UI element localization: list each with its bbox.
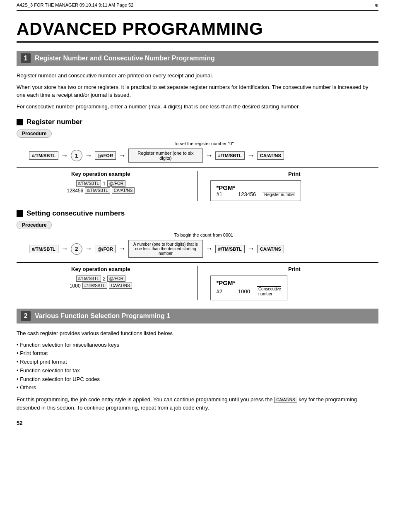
flow-arrow-c3: →	[118, 244, 126, 253]
flow-key-regnum: Register number (one to six digits)	[128, 149, 203, 163]
col-divider-2	[198, 266, 198, 300]
consec-print-pgm: *PGM*	[217, 279, 281, 286]
reg-print-col: Print *PGM* #1 123456 Register number	[210, 171, 379, 201]
consecutive-heading-text: Setting consecutive numbers	[26, 209, 125, 218]
consec-key-op-row2: 1000 #/TM/SBTL CA/AT/NS	[70, 283, 132, 289]
key-op-123456: 123456	[67, 188, 83, 194]
flow-arrow-c5: →	[247, 244, 255, 253]
key-atfor-sm-c: @/FOR	[107, 276, 125, 282]
bullet-item-5: Function selection for UPC codes	[17, 375, 378, 384]
flow-arrow-c4: →	[205, 244, 213, 253]
bullet-item-2: Print format	[17, 349, 378, 358]
consec-print-box: *PGM* #2 1000 Consecutivenumber	[210, 276, 287, 300]
flow-key-caatns-1: CA/AT/NS	[257, 151, 284, 160]
reg-print-hash: #1	[217, 191, 222, 197]
flow-key-htmsbtl-2: #/TM/SBTL	[215, 151, 245, 160]
consec-print-label: Consecutivenumber	[257, 286, 281, 297]
consec-print-content: *PGM* #2 1000 Consecutivenumber	[210, 276, 379, 300]
flow-key-2: 2	[71, 243, 82, 255]
section1-body3: For consecutive number programming, ente…	[17, 103, 378, 111]
reg-print-row: #1 123456 Register number	[217, 191, 295, 197]
section2-body2: For this programming, the job code entry…	[17, 395, 378, 412]
reg-print-number: 123456	[238, 191, 256, 197]
section2-header: 2 Various Function Selection Programming…	[17, 309, 378, 324]
flow-diagram-consec: #/TM/SBTL → 2 → @/FOR → A number (one to…	[29, 240, 378, 258]
consec-key-op-content: #/TM/SBTL 2 @/FOR 1000 #/TM/SBTL CA/AT/N…	[17, 276, 185, 289]
reg-key-op-row1: #/TM/SBTL 1 @/FOR	[76, 180, 125, 187]
consec-key-op-heading: Key operation example	[17, 266, 185, 272]
flow-arrow-c1: →	[61, 244, 68, 253]
consec-key-op-col: Key operation example #/TM/SBTL 2 @/FOR …	[17, 266, 185, 300]
sub-heading-square	[17, 119, 23, 125]
reg-key-op-heading: Key operation example	[17, 171, 185, 177]
register-number-heading: Register number	[17, 118, 378, 126]
header-text: A42S_3 FOR THE MANAGER 09.10.14 9:11 AM …	[17, 2, 133, 8]
flow-key-caatns-c1: CA/AT/NS	[257, 245, 284, 253]
flow-key-consec-num: A number (one to four digits) that is on…	[128, 240, 203, 258]
key-htmsbtl-sm2: #/TM/SBTL	[85, 187, 110, 194]
section1-body1: Register number and consecutive number a…	[17, 72, 378, 80]
consec-print-row: #2 1000 Consecutivenumber	[217, 286, 281, 297]
reg-key-op-row2: 123456 #/TM/SBTL CA/AT/NS	[67, 187, 135, 194]
flow-key-1: 1	[71, 150, 82, 161]
page-number: 52	[17, 420, 378, 426]
key-atfor-sm: @/FOR	[107, 180, 125, 187]
flow-note-consec: To begin the count from 0001	[29, 232, 378, 237]
flow-arrow-c2: →	[85, 244, 92, 253]
procedure-badge-2: Procedure	[17, 221, 52, 229]
flow-note-reg: To set the register number "0"	[29, 141, 378, 146]
section1-title: Register Number and Consecutive Number P…	[35, 55, 215, 62]
page-title: ADVANCED PROGRAMMING	[17, 19, 378, 43]
reg-print-pgm: *PGM*	[217, 184, 295, 191]
bullet-item-1: Function selection for miscellaneous key…	[17, 341, 378, 350]
consec-print-col: Print *PGM* #2 1000 Consecutivenumber	[210, 266, 379, 300]
reg-print-heading: Print	[210, 171, 379, 177]
flow-key-htmsbtl-1: #/TM/SBTL	[29, 151, 58, 160]
consec-print-hash: #2	[217, 288, 222, 295]
header-marker: ⊕	[375, 2, 378, 8]
reg-print-label: Register number	[263, 192, 295, 197]
bullet-item-3: Receipt print format	[17, 358, 378, 367]
key-caatns-inline: CA/AT/NS	[274, 397, 297, 403]
consecutive-heading: Setting consecutive numbers	[17, 209, 378, 218]
sub-heading-square-2	[17, 210, 23, 217]
key-op-num-2: 2	[103, 276, 106, 282]
consec-print-heading: Print	[210, 266, 379, 272]
key-htmsbtl-sm: #/TM/SBTL	[76, 180, 101, 187]
consec-print-number: 1000	[238, 288, 250, 295]
flow-arrow-5: →	[247, 151, 255, 160]
col-divider-1	[198, 171, 198, 201]
flow-key-htmsbtl-c2: #/TM/SBTL	[215, 245, 245, 253]
flow-key-htmsbtl-c1: #/TM/SBTL	[29, 245, 58, 253]
section2-body2-underline-1: For this programming, the job code entry…	[17, 396, 273, 403]
consec-key-op-row1: #/TM/SBTL 2 @/FOR	[76, 276, 125, 282]
key-htmsbtl-sm-c: #/TM/SBTL	[76, 276, 101, 282]
reg-key-op-section: Key operation example #/TM/SBTL 1 @/FOR …	[17, 167, 378, 201]
flow-key-atfor-1: @/FOR	[95, 151, 116, 160]
section1-body2: When your store has two or more register…	[17, 83, 378, 99]
section2-body1: The cash register provides various detai…	[17, 329, 378, 338]
section1-header: 1 Register Number and Consecutive Number…	[17, 51, 378, 66]
reg-key-op-col: Key operation example #/TM/SBTL 1 @/FOR …	[17, 171, 185, 201]
key-caatns-sm: CA/AT/NS	[112, 187, 135, 194]
procedure-badge-1: Procedure	[17, 129, 52, 138]
consec-key-op-section: Key operation example #/TM/SBTL 2 @/FOR …	[17, 262, 378, 300]
section1-num: 1	[21, 53, 31, 63]
flow-arrow-3: →	[118, 151, 126, 160]
reg-key-op-content: #/TM/SBTL 1 @/FOR 123456 #/TM/SBTL CA/AT…	[17, 180, 185, 194]
reg-print-content: *PGM* #1 123456 Register number	[210, 180, 379, 201]
flow-arrow-4: →	[205, 151, 213, 160]
key-htmsbtl-sm2-c: #/TM/SBTL	[82, 283, 108, 289]
flow-diagram-reg: #/TM/SBTL → 1 → @/FOR → Register number …	[29, 149, 378, 163]
bullet-item-4: Function selection for tax	[17, 367, 378, 375]
key-op-num-1: 1	[103, 181, 106, 187]
bullet-item-6: Others	[17, 383, 378, 392]
section2-title: Various Function Selection Programming 1	[35, 312, 170, 320]
section2-num: 2	[21, 311, 31, 321]
reg-print-box: *PGM* #1 123456 Register number	[210, 180, 301, 201]
flow-arrow-1: →	[61, 151, 68, 160]
key-op-1000: 1000	[70, 283, 81, 289]
register-number-heading-text: Register number	[26, 118, 82, 126]
key-caatns-sm-c: CA/AT/NS	[109, 283, 132, 289]
flow-arrow-2: →	[85, 151, 92, 160]
